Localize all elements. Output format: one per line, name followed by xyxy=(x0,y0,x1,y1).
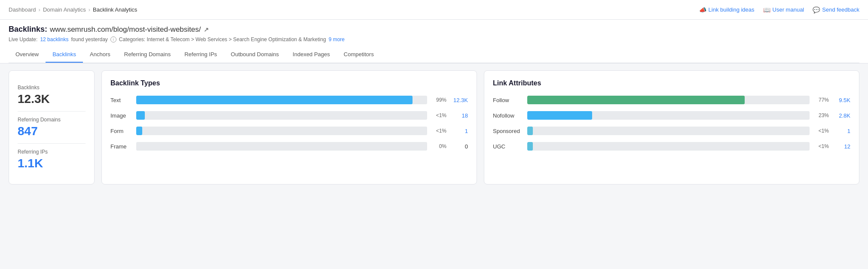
charts-row: Backlink Types Text 99% 12.3K Image <1% … xyxy=(101,70,859,184)
bar-count-image[interactable]: 18 xyxy=(451,112,468,119)
bar-track-text xyxy=(136,96,427,104)
backlinks-value[interactable]: 12.3K xyxy=(18,92,86,106)
live-update-suffix: found yesterday xyxy=(71,36,107,42)
link-building-ideas-button[interactable]: 📣 Link building ideas xyxy=(699,6,755,13)
breadcrumb-item-dashboard[interactable]: Dashboard xyxy=(9,6,36,13)
bar-label-text: Text xyxy=(110,97,132,103)
referring-domains-stat: Referring Domains 847 xyxy=(18,112,86,144)
bar-pct-nofollow: 23% xyxy=(814,112,829,118)
title-prefix: Backlinks: xyxy=(9,25,47,34)
live-update-bar: Live Update: 12 backlinks found yesterda… xyxy=(9,36,859,42)
tab-backlinks[interactable]: Backlinks xyxy=(46,47,83,63)
breadcrumb: Dashboard › Domain Analytics › Backlink … xyxy=(9,6,137,13)
content-area: Backlinks 12.3K Referring Domains 847 Re… xyxy=(0,63,868,191)
tab-referring-ips[interactable]: Referring IPs xyxy=(177,47,224,63)
referring-ips-value[interactable]: 1.1K xyxy=(18,157,86,170)
bar-pct-form: <1% xyxy=(431,128,446,134)
bar-fill-text xyxy=(136,96,413,104)
more-categories-link[interactable]: 9 more xyxy=(329,36,345,42)
bar-label-image: Image xyxy=(110,112,132,119)
bar-pct-text: 99% xyxy=(431,97,446,103)
bar-fill-image xyxy=(136,111,145,120)
user-manual-button[interactable]: 📖 User manual xyxy=(763,6,804,13)
backlinks-stat: Backlinks 12.3K xyxy=(18,79,86,112)
breadcrumb-sep-1: › xyxy=(39,6,40,13)
stats-card: Backlinks 12.3K Referring Domains 847 Re… xyxy=(9,70,95,184)
bar-fill-nofollow xyxy=(527,111,592,120)
bar-track-nofollow xyxy=(527,111,810,120)
bar-track-follow xyxy=(527,96,810,104)
backlinks-count-link[interactable]: 12 backlinks xyxy=(40,36,68,42)
referring-domains-value[interactable]: 847 xyxy=(18,124,86,138)
megaphone-icon: 📣 xyxy=(699,6,706,13)
bar-count-text[interactable]: 12.3K xyxy=(451,97,468,103)
bar-track-sponsored xyxy=(527,127,810,135)
bar-track-ugc xyxy=(527,142,810,151)
page-title: Backlinks: www.semrush.com/blog/most-vis… xyxy=(9,25,859,34)
page-header: Backlinks: www.semrush.com/blog/most-vis… xyxy=(0,20,868,63)
tabs-navigation: Overview Backlinks Anchors Referring Dom… xyxy=(9,47,859,63)
bar-count-form[interactable]: 1 xyxy=(451,128,468,134)
bar-track-image xyxy=(136,111,427,120)
tab-referring-domains[interactable]: Referring Domains xyxy=(117,47,177,63)
bar-label-frame: Frame xyxy=(110,143,132,150)
bar-label-ugc: UGC xyxy=(493,143,523,150)
bar-count-frame: 0 xyxy=(451,143,468,150)
bar-row-ugc: UGC <1% 12 xyxy=(493,142,850,151)
bar-label-form: Form xyxy=(110,128,132,134)
link-attributes-title: Link Attributes xyxy=(493,79,850,87)
bar-label-sponsored: Sponsored xyxy=(493,128,523,134)
book-icon: 📖 xyxy=(763,6,770,13)
bar-track-form xyxy=(136,127,427,135)
bar-row-nofollow: Nofollow 23% 2.8K xyxy=(493,111,850,120)
send-feedback-button[interactable]: 💬 Send feedback xyxy=(813,6,859,13)
bar-row-text: Text 99% 12.3K xyxy=(110,96,468,104)
referring-ips-label: Referring IPs xyxy=(18,149,86,155)
tab-indexed-pages[interactable]: Indexed Pages xyxy=(286,47,337,63)
bar-track-frame xyxy=(136,142,427,151)
chat-icon: 💬 xyxy=(813,6,820,13)
referring-domains-label: Referring Domains xyxy=(18,117,86,123)
tab-competitors[interactable]: Competitors xyxy=(337,47,381,63)
bar-count-follow[interactable]: 9.5K xyxy=(833,97,850,103)
bar-fill-form xyxy=(136,127,142,135)
tab-outbound-domains[interactable]: Outbound Domains xyxy=(224,47,286,63)
bar-count-ugc[interactable]: 12 xyxy=(833,143,850,150)
top-navigation: Dashboard › Domain Analytics › Backlink … xyxy=(0,0,868,20)
referring-ips-stat: Referring IPs 1.1K xyxy=(18,144,86,175)
bar-fill-sponsored xyxy=(527,127,533,135)
live-update-prefix: Live Update: xyxy=(9,36,37,42)
tab-anchors[interactable]: Anchors xyxy=(83,47,117,63)
bar-fill-follow xyxy=(527,96,745,104)
tab-overview[interactable]: Overview xyxy=(9,47,46,63)
backlink-types-card: Backlink Types Text 99% 12.3K Image <1% … xyxy=(101,70,477,184)
breadcrumb-item-domain-analytics[interactable]: Domain Analytics xyxy=(43,6,86,13)
info-icon[interactable]: i xyxy=(110,36,116,42)
bar-row-image: Image <1% 18 xyxy=(110,111,468,120)
backlink-types-title: Backlink Types xyxy=(110,79,468,87)
categories-text: Categories: Internet & Telecom > Web Ser… xyxy=(119,36,326,42)
link-attributes-card: Link Attributes Follow 77% 9.5K Nofollow… xyxy=(484,70,859,184)
bar-label-follow: Follow xyxy=(493,97,523,103)
external-link-icon[interactable]: ↗ xyxy=(204,26,209,33)
bar-count-nofollow[interactable]: 2.8K xyxy=(833,112,850,119)
bar-row-frame: Frame 0% 0 xyxy=(110,142,468,151)
bar-label-nofollow: Nofollow xyxy=(493,112,523,119)
backlinks-label: Backlinks xyxy=(18,85,86,91)
bar-pct-sponsored: <1% xyxy=(814,128,829,134)
domain-url[interactable]: www.semrush.com/blog/most-visited-websit… xyxy=(50,25,201,34)
bar-fill-ugc xyxy=(527,142,533,151)
bar-pct-image: <1% xyxy=(431,112,446,118)
bar-pct-ugc: <1% xyxy=(814,143,829,149)
bar-pct-frame: 0% xyxy=(431,143,446,149)
bar-row-follow: Follow 77% 9.5K xyxy=(493,96,850,104)
bar-pct-follow: 77% xyxy=(814,97,829,103)
bar-row-form: Form <1% 1 xyxy=(110,127,468,135)
top-actions: 📣 Link building ideas 📖 User manual 💬 Se… xyxy=(699,6,859,13)
bar-row-sponsored: Sponsored <1% 1 xyxy=(493,127,850,135)
bar-count-sponsored[interactable]: 1 xyxy=(833,128,850,134)
breadcrumb-sep-2: › xyxy=(89,6,90,13)
breadcrumb-item-backlink-analytics: Backlink Analytics xyxy=(93,6,137,13)
